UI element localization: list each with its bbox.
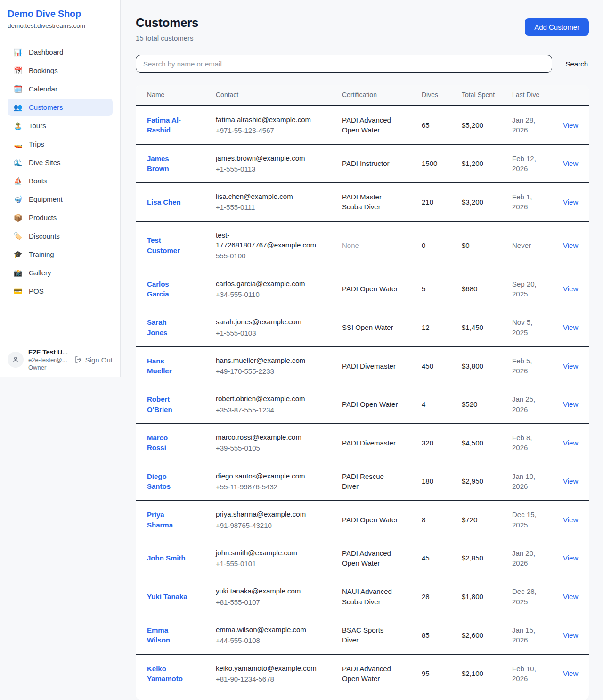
customer-email: sarah.jones@example.com bbox=[216, 317, 319, 327]
customer-name-link[interactable]: Test Customer bbox=[147, 235, 188, 255]
customer-email: robert.obrien@example.com bbox=[216, 394, 319, 404]
view-customer-link[interactable]: View bbox=[563, 631, 578, 639]
sidebar-item-boats[interactable]: ⛵ Boats bbox=[8, 172, 113, 189]
sign-out-button[interactable]: Sign Out bbox=[74, 356, 113, 364]
customer-certification: PADI Instructor bbox=[342, 144, 422, 183]
sidebar-item-gallery[interactable]: 📸 Gallery bbox=[8, 264, 113, 281]
table-row: John Smith john.smith@example.com +1-555… bbox=[136, 539, 589, 577]
customer-name-link[interactable]: Keiko Yamamoto bbox=[147, 664, 188, 684]
sidebar-user-section: E2E Test U... e2e-tester@... Owner Sign … bbox=[0, 342, 120, 377]
view-customer-link[interactable]: View bbox=[563, 241, 578, 249]
customer-certification: PADI Open Water bbox=[342, 270, 422, 308]
customer-last-dive: Dec 28, 2025 bbox=[512, 577, 563, 616]
search-input[interactable] bbox=[136, 55, 552, 73]
view-customer-link[interactable]: View bbox=[563, 477, 578, 485]
customer-email: priya.sharma@example.com bbox=[216, 509, 319, 519]
view-customer-link[interactable]: View bbox=[563, 159, 578, 167]
customer-email: hans.mueller@example.com bbox=[216, 355, 319, 365]
spiral-calendar-icon: 🗓️ bbox=[13, 85, 23, 92]
customer-name-link[interactable]: James Brown bbox=[147, 154, 188, 174]
add-customer-button[interactable]: Add Customer bbox=[525, 18, 589, 36]
column-header-certification: Certification bbox=[342, 85, 422, 106]
customer-certification: PADI Advanced Open Water bbox=[342, 654, 422, 692]
search-bar: Search bbox=[136, 55, 589, 73]
customers-table: Name Contact Certification Dives Total S… bbox=[136, 85, 589, 692]
customer-name-link[interactable]: John Smith bbox=[147, 553, 186, 563]
customer-phone: +34-555-0110 bbox=[216, 289, 319, 299]
table-row: Hans Mueller hans.mueller@example.com +4… bbox=[136, 346, 589, 385]
view-customer-link[interactable]: View bbox=[563, 593, 578, 601]
sidebar-item-dive-sites[interactable]: 🌊 Dive Sites bbox=[8, 154, 113, 171]
wave-icon: 🌊 bbox=[13, 159, 23, 166]
customer-count: 15 total customers bbox=[136, 34, 198, 42]
sidebar-item-trips[interactable]: 🚤 Trips bbox=[8, 135, 113, 153]
view-customer-link[interactable]: View bbox=[563, 400, 578, 408]
avatar bbox=[8, 352, 24, 368]
customer-email: test-1772681807767@example.com bbox=[216, 230, 319, 250]
customer-total-spent: $1,450 bbox=[462, 308, 512, 347]
search-button[interactable]: Search bbox=[564, 57, 589, 71]
view-customer-link[interactable]: View bbox=[563, 516, 578, 524]
customer-last-dive: Jan 28, 2026 bbox=[512, 106, 563, 144]
customer-total-spent: $0 bbox=[462, 221, 512, 270]
customer-email: keiko.yamamoto@example.com bbox=[216, 663, 319, 673]
view-customer-link[interactable]: View bbox=[563, 554, 578, 562]
view-customer-link[interactable]: View bbox=[563, 285, 578, 293]
customer-name-link[interactable]: Robert O'Brien bbox=[147, 394, 188, 414]
customer-last-dive: Jan 10, 2026 bbox=[512, 462, 563, 501]
customer-last-dive: Jan 25, 2026 bbox=[512, 385, 563, 424]
view-customer-link[interactable]: View bbox=[563, 362, 578, 370]
customer-name-link[interactable]: Marco Rossi bbox=[147, 433, 188, 453]
customer-name-link[interactable]: Hans Mueller bbox=[147, 356, 188, 376]
customer-last-dive: Dec 15, 2025 bbox=[512, 501, 563, 539]
customer-phone: +81-90-1234-5678 bbox=[216, 674, 319, 684]
user-role: Owner bbox=[28, 364, 70, 371]
customer-dives: 12 bbox=[422, 308, 462, 347]
sidebar-item-discounts[interactable]: 🏷️ Discounts bbox=[8, 227, 113, 245]
customer-name-link[interactable]: Fatima Al-Rashid bbox=[147, 115, 188, 135]
view-customer-link[interactable]: View bbox=[563, 439, 578, 447]
customer-name-link[interactable]: Yuki Tanaka bbox=[147, 592, 187, 601]
customer-phone: +1-555-0111 bbox=[216, 202, 319, 212]
sidebar-item-bookings[interactable]: 📅 Bookings bbox=[8, 62, 113, 79]
customer-name-link[interactable]: Emma Wilson bbox=[147, 625, 188, 645]
view-customer-link[interactable]: View bbox=[563, 323, 578, 331]
customer-name-link[interactable]: Carlos Garcia bbox=[147, 279, 188, 299]
customer-name-link[interactable]: Priya Sharma bbox=[147, 510, 188, 530]
sidebar-item-dashboard[interactable]: 📊 Dashboard bbox=[8, 43, 113, 61]
customer-name-link[interactable]: Sarah Jones bbox=[147, 317, 188, 338]
customer-certification: PADI Advanced Open Water bbox=[342, 539, 422, 577]
sidebar-item-tours[interactable]: 🏝️ Tours bbox=[8, 117, 113, 134]
customer-dives: 28 bbox=[422, 577, 462, 616]
user-name: E2E Test U... bbox=[28, 348, 70, 356]
table-row: Priya Sharma priya.sharma@example.com +9… bbox=[136, 501, 589, 539]
customer-certification: PADI Open Water bbox=[342, 501, 422, 539]
customer-total-spent: $3,800 bbox=[462, 346, 512, 385]
sidebar-item-calendar[interactable]: 🗓️ Calendar bbox=[8, 80, 113, 98]
column-header-dives: Dives bbox=[422, 85, 462, 106]
view-customer-link[interactable]: View bbox=[563, 121, 578, 129]
customer-email: yuki.tanaka@example.com bbox=[216, 586, 319, 596]
customer-name-link[interactable]: Lisa Chen bbox=[147, 197, 181, 207]
sidebar: Demo Dive Shop demo.test.divestreams.com… bbox=[0, 0, 121, 377]
customer-dives: 180 bbox=[422, 462, 462, 501]
customer-name-link[interactable]: Diego Santos bbox=[147, 471, 188, 492]
shop-subdomain: demo.test.divestreams.com bbox=[8, 22, 109, 29]
view-customer-link[interactable]: View bbox=[563, 669, 578, 677]
sidebar-item-products[interactable]: 📦 Products bbox=[8, 209, 113, 226]
view-customer-link[interactable]: View bbox=[563, 198, 578, 206]
sidebar-item-customers[interactable]: 👥 Customers bbox=[8, 99, 113, 116]
customer-dives: 8 bbox=[422, 501, 462, 539]
table-row: Test Customer test-1772681807767@example… bbox=[136, 221, 589, 270]
credit-card-icon: 💳 bbox=[13, 288, 23, 295]
customers-table-card: Name Contact Certification Dives Total S… bbox=[136, 85, 589, 700]
sidebar-item-pos[interactable]: 💳 POS bbox=[8, 282, 113, 300]
user-meta: E2E Test U... e2e-tester@... Owner bbox=[28, 348, 70, 371]
sidebar-item-training[interactable]: 🎓 Training bbox=[8, 246, 113, 263]
page-header: Customers 15 total customers Add Custome… bbox=[136, 16, 589, 42]
table-row: Lisa Chen lisa.chen@example.com +1-555-0… bbox=[136, 183, 589, 222]
customer-total-spent: $2,850 bbox=[462, 539, 512, 577]
bar-chart-icon: 📊 bbox=[13, 49, 23, 56]
sidebar-item-equipment[interactable]: 🤿 Equipment bbox=[8, 190, 113, 208]
table-row: Fatima Al-Rashid fatima.alrashid@example… bbox=[136, 106, 589, 144]
